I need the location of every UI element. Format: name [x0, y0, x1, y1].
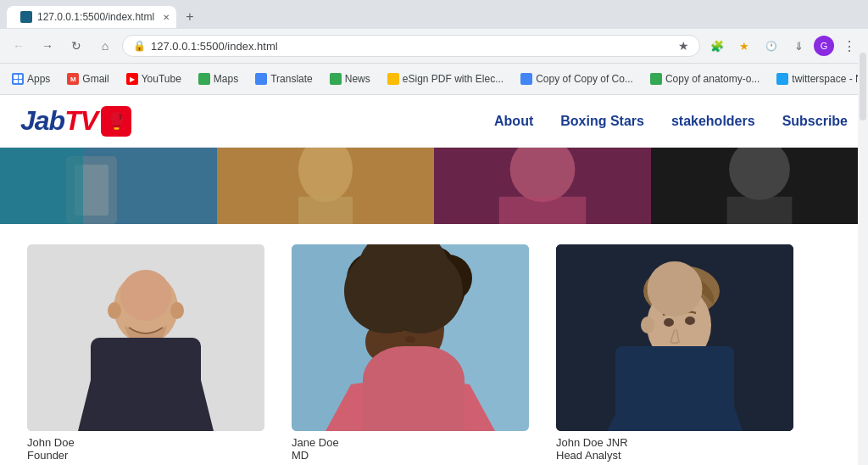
- nav-subscribe[interactable]: Subscribe: [782, 114, 848, 129]
- tab-title: 127.0.0.1:5500/index.html: [37, 11, 154, 23]
- logo-icon-box: 🥊: [101, 106, 131, 137]
- translate-icon: [255, 73, 267, 85]
- svg-rect-13: [727, 197, 793, 224]
- svg-rect-3: [0, 148, 83, 224]
- apps-label: Apps: [27, 73, 50, 85]
- tab-close-btn[interactable]: ✕: [163, 13, 170, 22]
- svg-point-44: [664, 318, 674, 327]
- browser-toolbar: ← → ↻ ⌂ 🔒 127.0.0.1:5500/index.html ★ 🧩 …: [0, 29, 868, 63]
- gmail-label: Gmail: [82, 73, 108, 85]
- member-2-name: Jane Doe MD: [292, 436, 529, 462]
- member-3-title: Head Analyst: [556, 449, 793, 462]
- esign-icon: [387, 73, 399, 85]
- bookmark-twitter[interactable]: twitterspace - New...: [771, 71, 868, 87]
- active-tab[interactable]: 127.0.0.1:5500/index.html ✕: [7, 6, 176, 28]
- scrollbar-thumb[interactable]: [860, 53, 866, 120]
- hero-banner: [0, 148, 868, 224]
- logo-text: JabTV: [20, 105, 97, 137]
- bookmark-copy1[interactable]: Copy of Copy of Co...: [515, 71, 638, 87]
- hero-panel-3: [434, 148, 651, 224]
- svg-point-37: [405, 336, 415, 343]
- esign-label: eSign PDF with Elec...: [403, 73, 504, 85]
- new-tab-btn[interactable]: +: [178, 5, 202, 29]
- home-button[interactable]: ⌂: [93, 34, 117, 58]
- member-photo-2-svg: [292, 244, 529, 431]
- url-text: 127.0.0.1:5500/index.html: [151, 40, 673, 53]
- team-member-3: John Doe JNR Head Analyst: [556, 244, 793, 462]
- member-photo-3-svg: [556, 244, 793, 431]
- svg-rect-10: [434, 148, 651, 224]
- copy1-icon: [520, 73, 532, 85]
- star-icon[interactable]: ★: [678, 39, 689, 53]
- page-content: JabTV 🥊 About Boxing Stars stakeholders …: [0, 95, 868, 465]
- address-bar[interactable]: 🔒 127.0.0.1:5500/index.html ★: [122, 35, 700, 57]
- browser-chrome: 127.0.0.1:5500/index.html ✕ + ← → ↻ ⌂ 🔒 …: [0, 0, 868, 95]
- member-photo-1: [27, 244, 264, 431]
- nav-boxing-stars[interactable]: Boxing Stars: [560, 114, 644, 129]
- hero-panel-2: [217, 148, 434, 224]
- nav-stakeholders[interactable]: stakeholders: [671, 114, 755, 129]
- bookmarks-btn[interactable]: ★: [732, 34, 756, 58]
- svg-point-20: [131, 307, 140, 314]
- scrollbar-track[interactable]: [858, 51, 868, 465]
- maps-label: Maps: [214, 73, 238, 85]
- member-1-fullname: John Doe: [27, 436, 264, 449]
- bookmark-maps[interactable]: Maps: [193, 71, 243, 87]
- hero-image-3: [434, 148, 651, 224]
- translate-label: Translate: [270, 73, 313, 85]
- member-2-fullname: Jane Doe: [292, 436, 529, 449]
- bookmark-gmail[interactable]: M Gmail: [62, 71, 114, 87]
- maps-icon: [198, 73, 210, 85]
- history-btn[interactable]: 🕐: [760, 34, 783, 58]
- twitter-icon: [776, 73, 788, 85]
- svg-rect-43: [665, 358, 693, 382]
- bookmark-youtube[interactable]: ▶ YouTube: [121, 71, 186, 87]
- member-photo-1-svg: [27, 244, 264, 431]
- nav-about[interactable]: About: [494, 114, 533, 129]
- bookmarks-bar: Apps M Gmail ▶ YouTube Maps Translate Ne…: [0, 63, 868, 94]
- svg-point-41: [647, 287, 711, 363]
- team-member-1: John Doe Founder: [27, 244, 264, 462]
- svg-rect-15: [27, 244, 264, 431]
- youtube-icon: ▶: [126, 73, 138, 85]
- bookmark-apps[interactable]: Apps: [7, 71, 55, 87]
- svg-point-18: [170, 302, 184, 319]
- logo[interactable]: JabTV 🥊: [20, 105, 131, 137]
- downloads-btn[interactable]: ⇓: [787, 34, 810, 58]
- profile-btn[interactable]: G: [814, 36, 834, 56]
- gmail-icon: M: [67, 73, 79, 85]
- navbar: JabTV 🥊 About Boxing Stars stakeholders …: [0, 95, 868, 148]
- team-section: John Doe Founder: [0, 224, 868, 465]
- svg-point-17: [108, 302, 121, 319]
- apps-icon: [12, 73, 24, 85]
- fist-icon: 🥊: [106, 111, 127, 132]
- member-3-fullname: John Doe JNR: [556, 436, 793, 449]
- svg-rect-19: [132, 339, 159, 361]
- svg-point-28: [366, 247, 403, 284]
- bookmark-translate[interactable]: Translate: [250, 71, 318, 87]
- member-photo-2: [292, 244, 529, 431]
- team-member-2: Jane Doe MD: [292, 244, 529, 462]
- hero-image-2: [217, 148, 434, 224]
- extensions-btn[interactable]: 🧩: [705, 34, 729, 58]
- svg-point-29: [417, 247, 454, 284]
- bookmark-news[interactable]: News: [325, 71, 376, 87]
- svg-point-42: [641, 317, 654, 333]
- bookmark-copy2[interactable]: Copy of anatomy-o...: [645, 71, 765, 87]
- lock-icon: 🔒: [133, 40, 146, 52]
- hero-panel-4: [651, 148, 868, 224]
- svg-point-21: [152, 307, 160, 314]
- bookmark-esign[interactable]: eSign PDF with Elec...: [382, 71, 509, 87]
- svg-point-45: [685, 317, 695, 325]
- back-button[interactable]: ←: [7, 34, 31, 58]
- copy2-label: Copy of anatomy-o...: [665, 73, 760, 85]
- svg-point-27: [389, 244, 431, 283]
- toolbar-actions: 🧩 ★ 🕐 ⇓ G ⋮: [705, 34, 861, 58]
- svg-rect-6: [298, 197, 353, 224]
- forward-button[interactable]: →: [36, 34, 59, 58]
- news-icon: [330, 73, 342, 85]
- hero-image-1: [0, 148, 217, 224]
- nav-links: About Boxing Stars stakeholders Subscrib…: [494, 114, 848, 129]
- reload-button[interactable]: ↻: [64, 34, 88, 58]
- member-1-title: Founder: [27, 449, 264, 462]
